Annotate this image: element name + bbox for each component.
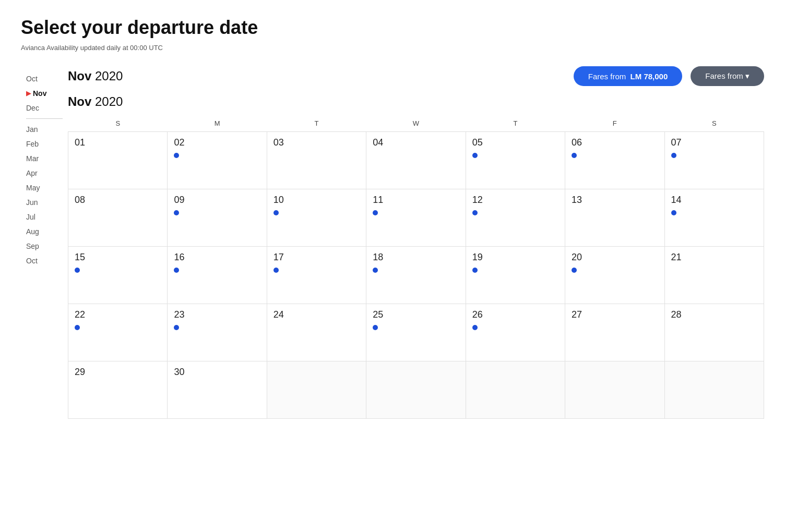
calendar-day-cell[interactable]: 30 — [168, 361, 267, 419]
day-number: 26 — [472, 309, 558, 320]
day-number: 23 — [174, 309, 260, 320]
calendar-day-cell — [466, 361, 565, 419]
calendar-day-cell[interactable]: 16 — [168, 247, 267, 304]
fare-button-blue[interactable]: Fares from LM 78,000 — [574, 66, 683, 86]
weekday-sat: S — [664, 115, 764, 132]
weekday-fri: F — [565, 115, 664, 132]
calendar-day-cell[interactable]: 25 — [366, 304, 466, 361]
weekday-thu: T — [466, 115, 565, 132]
sidebar-item-mar[interactable]: Mar — [21, 151, 68, 166]
active-arrow-icon: ▶ — [26, 90, 31, 97]
calendar-day-cell[interactable]: 10 — [267, 189, 366, 247]
day-number: 13 — [572, 195, 658, 205]
sidebar-item-oct2[interactable]: Oct — [21, 253, 68, 268]
calendar-day-cell[interactable]: 19 — [466, 247, 565, 304]
sidebar-item-jan[interactable]: Jan — [21, 122, 68, 137]
calendar-day-cell[interactable]: 18 — [366, 247, 466, 304]
calendar-day-cell[interactable]: 08 — [68, 189, 168, 247]
calendar-day-cell[interactable]: 07 — [664, 132, 764, 189]
day-number: 25 — [373, 309, 459, 320]
calendar-day-cell[interactable]: 04 — [366, 132, 466, 189]
calendar-section-title: Nov 2020 — [68, 94, 764, 109]
sidebar-item-jun[interactable]: Jun — [21, 195, 68, 210]
month-sidebar: Oct ▶ Nov Dec Jan Feb Mar Apr M — [21, 66, 68, 419]
day-number: 05 — [472, 137, 558, 148]
fare-dot-icon — [174, 210, 179, 215]
sidebar-item-feb[interactable]: Feb — [21, 137, 68, 151]
calendar-grid: S M T W T F S 01020304050607080910111213… — [68, 115, 764, 419]
calendar-day-cell[interactable]: 12 — [466, 189, 565, 247]
fare-dot-icon — [671, 210, 676, 215]
fare-dot-icon — [373, 268, 378, 273]
day-number: 02 — [174, 137, 260, 148]
section-month: Nov — [68, 94, 91, 108]
fare-dot-icon — [174, 268, 179, 273]
day-number: 03 — [273, 137, 360, 148]
day-number: 04 — [373, 137, 459, 148]
calendar-day-cell[interactable]: 24 — [267, 304, 366, 361]
calendar-day-cell[interactable]: 27 — [565, 304, 664, 361]
sidebar-item-aug[interactable]: Aug — [21, 224, 68, 239]
fare-button-gray[interactable]: Fares from ▾ — [691, 66, 764, 86]
day-number: 08 — [75, 195, 161, 205]
sidebar-divider — [26, 118, 63, 119]
weekday-sun: S — [68, 115, 168, 132]
day-number: 17 — [273, 252, 360, 263]
calendar-day-cell[interactable]: 14 — [664, 189, 764, 247]
calendar-day-cell[interactable]: 26 — [466, 304, 565, 361]
fare-btn-gray-text: Fares from ▾ — [705, 71, 750, 80]
day-number: 20 — [572, 252, 658, 263]
calendar-day-cell[interactable]: 15 — [68, 247, 168, 304]
day-number: 06 — [572, 137, 658, 148]
calendar-day-cell[interactable]: 05 — [466, 132, 565, 189]
calendar-day-cell[interactable]: 11 — [366, 189, 466, 247]
fare-dot-icon — [174, 325, 179, 330]
fare-dot-icon — [472, 325, 478, 330]
calendar-day-cell[interactable]: 06 — [565, 132, 664, 189]
day-number: 22 — [75, 309, 161, 320]
fare-btn-blue-prefix: Fares from — [588, 72, 626, 81]
calendar-day-cell[interactable]: 21 — [664, 247, 764, 304]
calendar-day-cell[interactable]: 01 — [68, 132, 168, 189]
header-month: Nov — [68, 69, 91, 83]
sidebar-item-may[interactable]: May — [21, 180, 68, 195]
day-number: 29 — [75, 367, 161, 378]
calendar-day-cell — [366, 361, 466, 419]
fare-dot-icon — [373, 210, 378, 215]
fare-btn-blue-amount: LM 78,000 — [631, 72, 668, 81]
fare-dot-icon — [273, 268, 279, 273]
calendar-day-cell[interactable]: 17 — [267, 247, 366, 304]
sidebar-item-jul[interactable]: Jul — [21, 210, 68, 224]
availability-note: Avianca Availability updated daily at 00… — [21, 44, 764, 52]
calendar-day-cell[interactable]: 22 — [68, 304, 168, 361]
calendar-day-cell[interactable]: 29 — [68, 361, 168, 419]
calendar-day-cell[interactable]: 09 — [168, 189, 267, 247]
calendar-day-cell[interactable]: 13 — [565, 189, 664, 247]
day-number: 18 — [373, 252, 459, 263]
sidebar-item-nov[interactable]: ▶ Nov — [21, 86, 68, 101]
day-number: 14 — [671, 195, 757, 205]
page-title: Select your departure date — [21, 17, 764, 39]
fare-dot-icon — [75, 268, 80, 273]
fare-dot-icon — [671, 153, 676, 158]
calendar-day-cell[interactable]: 20 — [565, 247, 664, 304]
fare-dot-icon — [174, 153, 179, 158]
sidebar-item-oct[interactable]: Oct — [21, 71, 68, 86]
calendar-day-cell — [267, 361, 366, 419]
section-year: 2020 — [95, 94, 123, 108]
sidebar-item-apr[interactable]: Apr — [21, 166, 68, 180]
calendar-day-cell[interactable]: 03 — [267, 132, 366, 189]
calendar-header-month-year: Nov 2020 — [68, 69, 151, 83]
calendar-day-cell[interactable]: 28 — [664, 304, 764, 361]
day-number: 01 — [75, 137, 161, 148]
fare-dot-icon — [572, 153, 577, 158]
day-number: 24 — [273, 309, 360, 320]
sidebar-item-dec[interactable]: Dec — [21, 101, 68, 115]
weekday-tue: T — [267, 115, 366, 132]
fare-dot-icon — [472, 268, 478, 273]
calendar-day-cell[interactable]: 23 — [168, 304, 267, 361]
header-year: 2020 — [95, 69, 123, 83]
calendar-day-cell[interactable]: 02 — [168, 132, 267, 189]
calendar-header-row: Nov 2020 Fares from LM 78,000 Fares from… — [68, 66, 764, 86]
sidebar-item-sep[interactable]: Sep — [21, 239, 68, 253]
